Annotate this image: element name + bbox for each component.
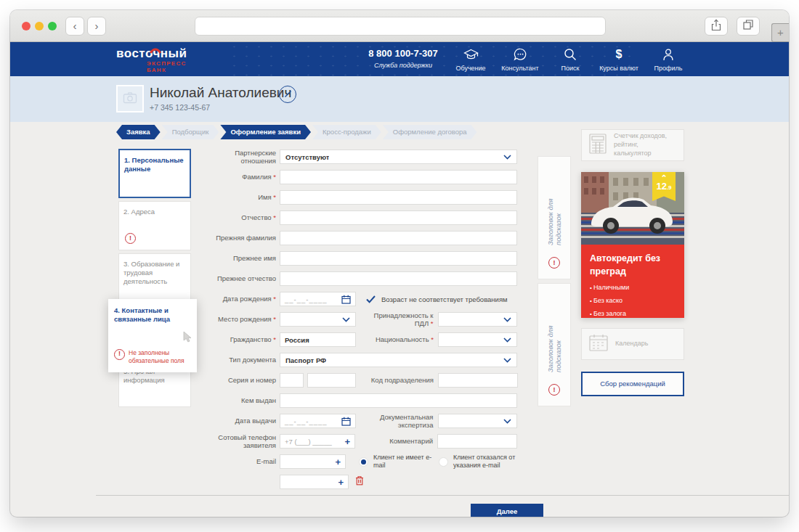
comment-input[interactable] xyxy=(437,434,517,449)
menu-item-consultant[interactable]: Консультант xyxy=(497,46,543,72)
share-button[interactable] xyxy=(705,17,728,36)
hint-panel-2[interactable]: Заголовок для подсказок ! xyxy=(538,283,571,406)
ad-title: Автокредит без преград xyxy=(590,252,676,278)
back-button[interactable]: ‹ xyxy=(65,17,84,36)
income-counter-panel[interactable]: Счетчик доходов, рейтинг, калькулятор xyxy=(581,129,684,161)
field-label: Документальная экспертиза xyxy=(360,413,434,430)
document-type-select[interactable]: Паспорт РФ xyxy=(280,353,517,367)
delete-email-button[interactable] xyxy=(355,475,364,488)
chevron-down-icon xyxy=(503,358,511,363)
previous-patronymic-input[interactable] xyxy=(280,271,517,286)
partner-relations-select[interactable]: Отсутствуют xyxy=(280,150,517,164)
zoom-window-button[interactable] xyxy=(48,22,57,30)
step-2-addresses[interactable]: 2. Адреса ! xyxy=(118,201,191,250)
patronymic-input[interactable] xyxy=(280,210,517,225)
address-bar[interactable] xyxy=(195,17,606,36)
ad-bullet: Без каско xyxy=(590,297,676,304)
bank-logo[interactable]: восточный ЭКСПРЕСС БАНК xyxy=(116,46,187,61)
close-window-button[interactable] xyxy=(22,22,31,30)
field-label: Имя * xyxy=(207,193,276,201)
chevron-down-icon xyxy=(503,419,511,424)
field-label: Фамилия * xyxy=(207,173,276,181)
tab-podborshchik[interactable]: Подборщик xyxy=(162,125,219,139)
previous-surname-input[interactable] xyxy=(280,231,517,245)
previous-name-input[interactable] xyxy=(280,251,517,266)
menu-item-search[interactable]: Поиск xyxy=(547,46,593,72)
chevron-down-icon xyxy=(503,337,511,343)
calculator-icon xyxy=(589,134,607,157)
hint-panel-1[interactable]: Заголовок для подсказок ! xyxy=(538,156,571,279)
nationality-select[interactable] xyxy=(438,332,517,347)
tabs-overview-button[interactable] xyxy=(737,17,760,36)
menu-item-profile[interactable]: Профиль xyxy=(645,46,691,72)
support-contact: 8 800 100-7-307 Служба поддержки xyxy=(363,48,443,69)
ad-bullet: Без залога xyxy=(590,310,676,317)
field-label: Комментарий xyxy=(360,437,433,445)
calendar-icon xyxy=(341,295,351,304)
calendar-panel[interactable]: Календарь xyxy=(581,328,684,360)
field-label: Отчество * xyxy=(207,213,276,221)
menu-item-training[interactable]: Обучение xyxy=(447,46,494,72)
browser-chrome: ‹ › + xyxy=(10,10,789,42)
add-email-button[interactable]: + xyxy=(335,457,341,467)
next-button[interactable]: Далее xyxy=(471,504,543,517)
passport-series-input[interactable] xyxy=(280,373,304,388)
new-tab-button[interactable]: + xyxy=(771,23,789,42)
tab-kross-prodazhi[interactable]: Кросс-продажи xyxy=(312,125,381,139)
age-requirement-checkbox[interactable]: Возраст не соответствует требованиям xyxy=(366,295,508,303)
field-label: Сотовый телефон заявителя xyxy=(207,433,276,450)
cursor-icon xyxy=(183,331,192,345)
user-bar: Николай Анатолиевич +7 345 123-45-67 xyxy=(10,76,789,122)
issue-date-input[interactable]: __-__-____ xyxy=(280,414,356,428)
surname-input[interactable] xyxy=(280,170,517,184)
chevron-down-icon xyxy=(342,317,350,322)
page: ‹ › + восточный ЭКСПРЕСС БАНК xyxy=(0,0,799,532)
ad-bullet: Наличными xyxy=(590,284,676,291)
pencil-icon xyxy=(284,88,292,101)
field-label: Место рождения * xyxy=(207,315,276,323)
division-code-input[interactable] xyxy=(438,373,518,388)
add-phone-button[interactable]: + xyxy=(344,437,350,446)
logo-subtitle: ЭКСПРЕСС БАНК xyxy=(147,60,187,73)
checkmark-icon xyxy=(366,295,376,303)
add-email-button[interactable]: + xyxy=(338,478,344,487)
email-secondary-input[interactable]: + xyxy=(280,475,349,489)
birth-place-select[interactable] xyxy=(280,312,356,327)
logo-roof-icon xyxy=(150,44,161,57)
edit-user-button[interactable] xyxy=(279,86,296,103)
step-1-personal-data[interactable]: 1. Персональные данные xyxy=(118,149,191,198)
forward-button[interactable]: › xyxy=(87,17,106,36)
passport-number-input[interactable] xyxy=(307,373,356,388)
auto-loan-ad-banner[interactable]: ⌃ 12.9 Автокредит без преград Наличными … xyxy=(581,172,684,318)
citizenship-input[interactable] xyxy=(280,332,356,347)
tab-oformlenie-dogovora[interactable]: Оформление договора xyxy=(383,125,477,139)
person-icon xyxy=(645,46,691,61)
menu-item-currency[interactable]: $ Курсы валют xyxy=(596,46,642,72)
user-photo-placeholder[interactable] xyxy=(116,85,144,112)
warning-icon: ! xyxy=(548,257,560,269)
mobile-phone-input[interactable]: +7 (___) _____ + xyxy=(280,434,355,449)
email-input[interactable]: + xyxy=(280,454,346,469)
field-label: Тип документа xyxy=(207,356,276,364)
field-label: Дата рождения * xyxy=(207,295,276,303)
issued-by-input[interactable] xyxy=(280,393,517,408)
user-phone: +7 345 123-45-67 xyxy=(150,103,210,112)
tab-zayavka[interactable]: Заявка xyxy=(116,125,161,139)
birth-date-input[interactable]: __-__-____ xyxy=(280,292,356,306)
collect-recommendations-button[interactable]: Сбор рекомендаций xyxy=(581,372,684,396)
share-icon xyxy=(710,19,722,34)
minimize-window-button[interactable] xyxy=(35,22,44,30)
step-4-contacts[interactable]: 4. Контактные и связанные лица ! Не запо… xyxy=(108,299,197,372)
firstname-input[interactable] xyxy=(280,190,517,205)
document-expertise-select[interactable] xyxy=(438,414,517,428)
refused-email-radio[interactable] xyxy=(439,457,448,467)
field-label: E-mail xyxy=(207,457,276,465)
camera-icon xyxy=(123,91,137,107)
chevron-down-icon xyxy=(503,317,511,322)
field-label: Партнерские отношения xyxy=(207,149,276,165)
field-label: Прежнее имя xyxy=(207,254,276,262)
chat-bubble-icon xyxy=(497,46,543,61)
pdl-select[interactable] xyxy=(438,312,517,327)
no-email-radio[interactable] xyxy=(359,457,368,467)
tab-oformlenie-zayavki[interactable]: Оформление заявки xyxy=(220,125,311,139)
